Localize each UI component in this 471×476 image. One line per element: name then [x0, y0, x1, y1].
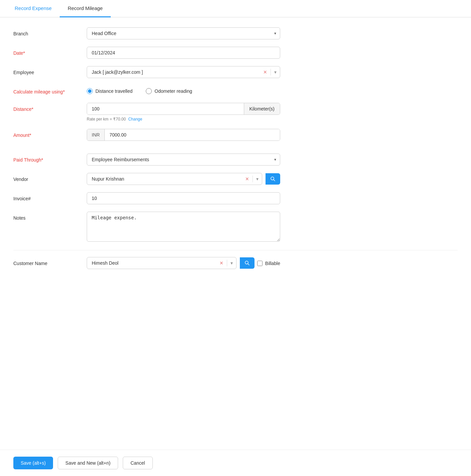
vendor-input[interactable] [87, 173, 242, 185]
date-label: Date* [13, 47, 87, 57]
customer-clear-icon: ✕ [219, 260, 223, 266]
customer-input-wrapper: ✕ ▾ [87, 257, 237, 269]
customer-search-icon [245, 260, 250, 266]
calculate-mileage-control: Distance travelled Odometer reading [87, 85, 280, 94]
vendor-search-button[interactable] [266, 173, 280, 185]
paid-through-label: Paid Through* [13, 154, 87, 164]
radio-distance-travelled[interactable]: Distance travelled [87, 88, 132, 94]
distance-input-wrapper: Kilometer(s) [87, 103, 280, 115]
paid-through-row: Paid Through* Employee Reimbursements Ca… [13, 154, 458, 166]
customer-chevron-button[interactable]: ▾ [227, 260, 236, 266]
calculate-mileage-label: Calculate mileage using* [13, 85, 87, 95]
employee-row: Employee ✕ ▾ [13, 66, 458, 78]
svg-line-3 [248, 264, 249, 265]
vendor-row: Vendor ✕ ▾ [13, 173, 458, 185]
radio-odometer-reading[interactable]: Odometer reading [146, 88, 192, 94]
vendor-clear-button[interactable]: ✕ [242, 176, 253, 182]
form-area: Branch Head Office Branch 1 Branch 2 ▾ D… [0, 17, 471, 450]
employee-chevron-icon: ▾ [274, 69, 277, 75]
calculate-mileage-row: Calculate mileage using* Distance travel… [13, 85, 458, 95]
branch-control: Head Office Branch 1 Branch 2 ▾ [87, 27, 280, 39]
vendor-chevron-button[interactable]: ▾ [253, 176, 262, 182]
employee-clear-icon: ✕ [263, 69, 267, 75]
vendor-chevron-icon: ▾ [256, 176, 259, 182]
notes-textarea[interactable]: Mileage expense. [87, 212, 280, 242]
footer-buttons: Save (alt+s) Save and New (alt+n) Cancel [0, 450, 471, 476]
vendor-input-wrapper: ✕ ▾ [87, 173, 262, 185]
customer-name-control: ✕ ▾ Billa [87, 257, 280, 269]
branch-label: Branch [13, 27, 87, 37]
customer-name-row: Customer Name ✕ ▾ [13, 257, 458, 269]
employee-clear-button[interactable]: ✕ [260, 69, 271, 75]
customer-chevron-icon: ▾ [230, 260, 233, 266]
paid-through-select[interactable]: Employee Reimbursements Cash Credit Card [87, 154, 280, 166]
vendor-search-icon [270, 176, 276, 182]
amount-row: Amount* INR [13, 129, 458, 141]
paid-through-control: Employee Reimbursements Cash Credit Card… [87, 154, 280, 166]
vendor-input-group: ✕ ▾ [87, 173, 280, 185]
customer-name-label: Customer Name [13, 257, 87, 267]
distance-unit-label: Kilometer(s) [244, 103, 280, 114]
distance-row: Distance* Kilometer(s) Rate per km = ₹70… [13, 103, 458, 122]
employee-label: Employee [13, 66, 87, 76]
tab-record-expense[interactable]: Record Expense [7, 0, 60, 17]
billable-checkbox[interactable] [257, 261, 263, 266]
employee-input-wrapper: ✕ ▾ [87, 66, 280, 78]
invoice-input[interactable] [87, 192, 280, 204]
distance-input[interactable] [87, 103, 244, 114]
invoice-label: Invoice# [13, 192, 87, 202]
notes-label: Notes [13, 212, 87, 222]
cancel-button[interactable]: Cancel [123, 457, 153, 469]
notes-control: Mileage expense. [87, 212, 280, 243]
mileage-radio-group: Distance travelled Odometer reading [87, 85, 280, 94]
distance-label: Distance* [13, 103, 87, 113]
amount-control: INR [87, 129, 280, 141]
vendor-control: ✕ ▾ [87, 173, 280, 185]
invoice-row: Invoice# [13, 192, 458, 204]
customer-name-input[interactable] [87, 257, 216, 269]
billable-wrapper: Billable [257, 261, 280, 266]
vendor-label: Vendor [13, 173, 87, 183]
customer-input-group: ✕ ▾ Billa [87, 257, 280, 269]
amount-input-wrapper: INR [87, 129, 280, 141]
save-button[interactable]: Save (alt+s) [13, 457, 53, 469]
date-control [87, 47, 280, 59]
tab-bar: Record Expense Record Mileage [0, 0, 471, 17]
branch-select[interactable]: Head Office Branch 1 Branch 2 [87, 27, 280, 39]
employee-input[interactable] [87, 66, 260, 78]
employee-control: ✕ ▾ [87, 66, 280, 78]
vendor-clear-icon: ✕ [245, 176, 249, 182]
branch-select-wrapper: Head Office Branch 1 Branch 2 ▾ [87, 27, 280, 39]
date-input[interactable] [87, 47, 280, 59]
branch-row: Branch Head Office Branch 1 Branch 2 ▾ [13, 27, 458, 39]
customer-clear-button[interactable]: ✕ [216, 260, 227, 266]
svg-line-1 [274, 180, 275, 181]
amount-input[interactable] [105, 129, 280, 141]
section-divider [13, 250, 458, 250]
save-and-new-button[interactable]: Save and New (alt+n) [58, 457, 118, 469]
rate-change-link[interactable]: Change [128, 117, 142, 122]
tab-record-mileage[interactable]: Record Mileage [60, 0, 111, 17]
customer-search-button[interactable] [240, 257, 255, 269]
radio-odometer-input[interactable] [146, 88, 152, 94]
billable-label: Billable [265, 261, 280, 266]
distance-control: Kilometer(s) Rate per km = ₹70.00 Change [87, 103, 280, 122]
rate-info: Rate per km = ₹70.00 Change [87, 117, 280, 122]
invoice-control [87, 192, 280, 204]
paid-through-select-wrapper: Employee Reimbursements Cash Credit Card… [87, 154, 280, 166]
employee-chevron-button[interactable]: ▾ [271, 69, 280, 75]
notes-row: Notes Mileage expense. [13, 212, 458, 243]
radio-distance-input[interactable] [87, 88, 93, 94]
currency-badge: INR [87, 129, 105, 141]
amount-label: Amount* [13, 129, 87, 139]
spacer [13, 148, 458, 154]
date-row: Date* [13, 47, 458, 59]
